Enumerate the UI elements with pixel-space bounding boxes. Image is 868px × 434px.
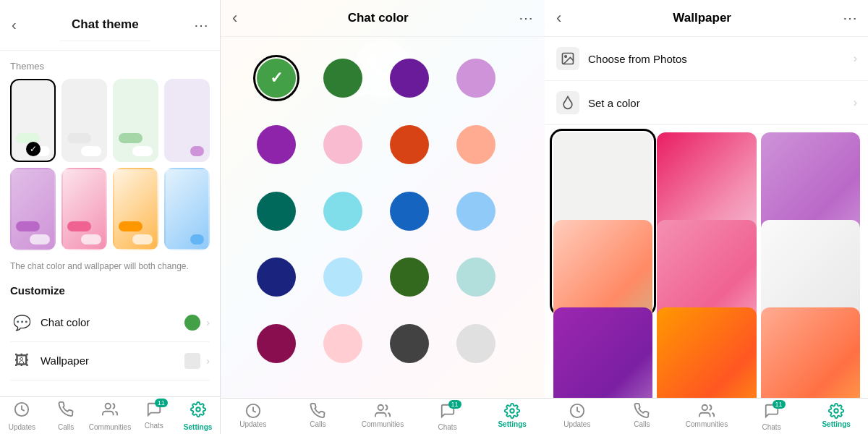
nav-item-updates[interactable]: Updates [0, 401, 44, 431]
more-icon[interactable]: ⋯ [194, 17, 208, 34]
nav-item-communities-p2[interactable]: Communities [350, 403, 415, 431]
nav-item-calls-p3[interactable]: Calls [610, 403, 675, 431]
wallpaper-preview [553, 307, 652, 398]
color-swatch-pink-light[interactable] [323, 125, 362, 164]
wallpaper-preview [657, 307, 756, 398]
nav-label: Settings [498, 420, 526, 428]
color-swatch-silver[interactable] [456, 324, 495, 363]
color-swatch-purple-mid[interactable] [257, 125, 296, 164]
chats-badge: 11 [155, 399, 168, 407]
chat-color-item[interactable]: 💬 Chat color › [10, 304, 210, 342]
color-swatch-baby-pink[interactable] [323, 324, 362, 363]
color-swatch-dark-green[interactable] [390, 258, 429, 297]
themes-section-label: Themes [10, 61, 210, 72]
chats-badge-container: 11 [440, 403, 456, 422]
choose-from-photos-option[interactable]: Choose from Photos › [545, 37, 868, 81]
color-swatch-charcoal[interactable] [390, 324, 429, 363]
theme-bubble [16, 133, 40, 143]
wallpaper-item-8[interactable] [657, 307, 756, 398]
updates-icon [569, 403, 585, 419]
nav-item-updates-p3[interactable]: Updates [545, 403, 610, 431]
svg-point-10 [702, 405, 707, 410]
nav-item-chats[interactable]: 11 Chats [132, 401, 176, 431]
svg-point-6 [510, 409, 514, 413]
theme-card-7[interactable] [113, 168, 158, 251]
nav-item-communities[interactable]: Communities [88, 401, 132, 431]
color-swatch-mint[interactable] [456, 258, 495, 297]
nav-item-settings-p3[interactable]: Settings [804, 403, 868, 431]
theme-bubble [132, 146, 153, 156]
chevron-right-icon: › [206, 355, 210, 367]
calls-icon [634, 403, 650, 419]
theme-card-8[interactable] [164, 168, 210, 251]
theme-card-4[interactable] [164, 79, 210, 162]
wallpaper-icon: 🖼 [10, 349, 33, 373]
theme-bubble [81, 146, 101, 156]
theme-bubble [190, 146, 204, 156]
nav-label: Chats [438, 423, 457, 431]
settings-icon [828, 403, 844, 419]
color-swatch-sky[interactable] [323, 258, 362, 297]
nav-item-chats-p2[interactable]: 11 Chats [415, 403, 480, 431]
color-swatch-cyan-light[interactable] [323, 192, 362, 231]
theme-checkmark: ✓ [26, 142, 41, 156]
back-icon[interactable]: ‹ [232, 9, 237, 27]
theme-card-1[interactable]: ✓ [10, 79, 56, 162]
color-swatch-blue[interactable] [390, 192, 429, 231]
set-a-color-option[interactable]: Set a color › [545, 81, 868, 125]
chevron-right-icon: › [854, 52, 857, 65]
wallpaper-item[interactable]: 🖼 Wallpaper › [10, 342, 210, 380]
back-icon[interactable]: ‹ [12, 17, 17, 33]
color-swatch-blue-light[interactable] [456, 192, 495, 231]
theme-card-6[interactable] [61, 168, 107, 251]
color-swatch-peach[interactable] [456, 125, 495, 164]
theme-card-3[interactable] [113, 79, 158, 162]
communities-icon [699, 403, 715, 419]
nav-item-settings[interactable]: Settings [176, 401, 220, 431]
theme-bubble [119, 221, 142, 231]
nav-item-communities-p3[interactable]: Communities [674, 403, 739, 431]
color-swatch-orange[interactable] [390, 125, 429, 164]
wallpaper-item-7[interactable] [553, 307, 652, 398]
back-icon[interactable]: ‹ [556, 9, 561, 27]
svg-point-11 [834, 409, 838, 413]
nav-label: Calls [310, 420, 326, 428]
calls-icon [58, 401, 74, 422]
color-swatch-navy[interactable] [257, 258, 296, 297]
color-swatch-purple-light[interactable] [456, 59, 495, 98]
chevron-right-icon: › [854, 96, 857, 109]
nav-item-calls[interactable]: Calls [44, 401, 88, 431]
more-icon[interactable]: ⋯ [843, 9, 857, 27]
color-swatch-dark-red[interactable] [257, 324, 296, 363]
nav-label: Chats [762, 423, 781, 431]
chats-badge-container: 11 [146, 401, 162, 420]
nav-label-communities: Communities [89, 423, 131, 431]
theme-bubble [190, 234, 204, 244]
color-swatch-purple-dark[interactable] [390, 59, 429, 98]
colors-grid [221, 37, 545, 398]
chat-color-panel: ‹ Chat color ⋯ [221, 0, 545, 434]
theme-card-5[interactable] [10, 168, 56, 251]
more-icon[interactable]: ⋯ [519, 9, 533, 27]
nav-item-settings-p2[interactable]: Settings [480, 403, 545, 431]
theme-bubble [119, 133, 142, 143]
color-swatch-green-selected[interactable] [257, 59, 296, 98]
wallpaper-label: Wallpaper [41, 354, 184, 367]
wallpaper-preview [761, 307, 860, 398]
hint-text: The chat color and wallpaper will both c… [10, 260, 210, 273]
chat-color-label: Chat color [41, 316, 184, 328]
photos-icon [556, 47, 579, 70]
wallpaper-item-9[interactable] [761, 307, 860, 398]
color-swatch-teal[interactable] [257, 192, 296, 231]
chat-theme-panel: ‹ Chat theme ⋯ Themes ✓ [0, 0, 221, 434]
nav-item-chats-p3[interactable]: 11 Chats [739, 403, 804, 431]
set-color-label: Set a color [588, 97, 854, 109]
color-swatch-green[interactable] [323, 59, 362, 98]
nav-item-calls-p2[interactable]: Calls [286, 403, 351, 431]
wallpaper-panel-container: ‹ Wallpaper ⋯ Choose from Photos › Set a… [545, 0, 868, 434]
theme-card-2[interactable] [61, 79, 107, 162]
calls-icon [310, 403, 326, 419]
nav-item-updates-p2[interactable]: Updates [221, 403, 286, 431]
theme-bubble [132, 234, 153, 244]
chat-color-title: Chat color [348, 11, 409, 25]
